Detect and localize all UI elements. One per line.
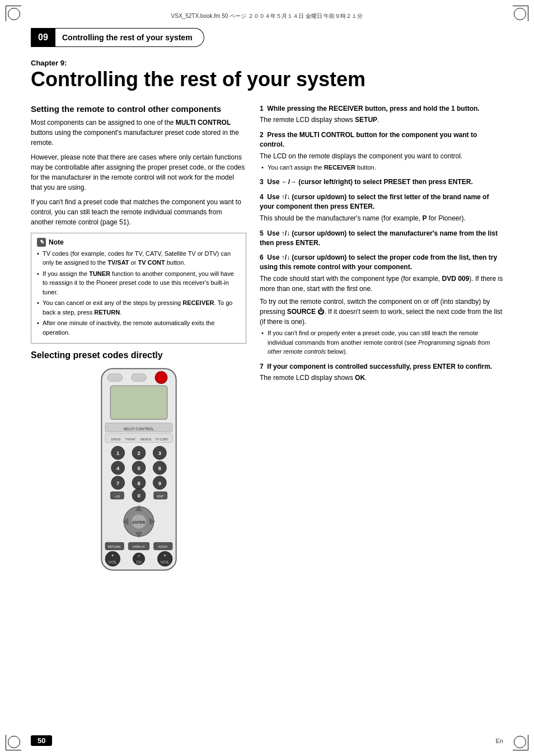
- svg-text:RETURN: RETURN: [107, 545, 120, 548]
- step-1-heading: 1 While pressing the RECEIVER button, pr…: [260, 104, 503, 114]
- svg-text:MULTI CONTROL: MULTI CONTROL: [124, 427, 154, 431]
- svg-text:CH: CH: [136, 560, 142, 564]
- svg-text:AUDIO: AUDIO: [158, 545, 167, 548]
- step-4: 4 Use ↑/↓ (cursor up/down) to select the…: [260, 192, 503, 223]
- step-3: 3 Use ←/→ (cursor left/right) to select …: [260, 177, 503, 187]
- svg-text:VOL: VOL: [108, 560, 118, 565]
- left-column: Setting the remote to control other comp…: [31, 104, 246, 574]
- chapter-header: 09 Controlling the rest of your system: [31, 28, 503, 47]
- svg-rect-1: [107, 374, 123, 381]
- two-column-layout: Setting the remote to control other comp…: [31, 104, 503, 574]
- svg-rect-4: [110, 386, 167, 419]
- corner-circle-br: [514, 736, 526, 748]
- svg-point-3: [155, 372, 167, 383]
- svg-text:ENTER: ENTER: [132, 520, 145, 524]
- chapter-label: Chapter 9:: [31, 59, 503, 67]
- svg-text:DEVICE: DEVICE: [140, 438, 151, 441]
- svg-text:+: +: [137, 553, 140, 558]
- step-6-heading: 6 Use ↑/↓ (cursor up/down) to select the…: [260, 253, 503, 272]
- file-info: VSX_52TX.book.fm 50 ページ ２００４年５月１４日 金曜日 午…: [31, 12, 503, 20]
- svg-text:VOL: VOL: [160, 560, 170, 565]
- step-2-note: You can't assign the RECEIVER button.: [260, 163, 503, 172]
- section1-p1: Most components can be assigned to one o…: [31, 118, 246, 148]
- note-box: ✎ Note TV codes (for example, codes for …: [31, 233, 246, 344]
- svg-text:5: 5: [137, 466, 140, 471]
- svg-text:6: 6: [158, 466, 161, 471]
- section2-heading: Selecting preset codes directly: [31, 350, 246, 360]
- svg-text:DISPLAY: DISPLAY: [132, 545, 145, 548]
- svg-rect-2: [131, 374, 146, 381]
- chapter-main-title: Controlling the rest of your system: [31, 68, 503, 91]
- svg-text:9: 9: [158, 481, 161, 486]
- step-6-note: If you can't find or properly enter a pr…: [260, 328, 503, 356]
- corner-circle-tr: [514, 8, 526, 20]
- section1-p3: If you can't find a preset code that mat…: [31, 197, 246, 227]
- corner-circle-tl: [8, 8, 20, 20]
- step-3-heading: 3 Use ←/→ (cursor left/right) to select …: [260, 177, 503, 187]
- svg-text:TV/SAT: TV/SAT: [125, 438, 136, 441]
- svg-text:0: 0: [137, 493, 140, 499]
- svg-text:1: 1: [116, 450, 119, 456]
- section1-p2: However, please note that there are case…: [31, 152, 246, 192]
- note-title: ✎ Note: [37, 238, 240, 247]
- page-lang: En: [496, 738, 503, 744]
- section1-heading: Setting the remote to control other comp…: [31, 104, 246, 114]
- svg-text:8: 8: [137, 481, 140, 486]
- svg-text:+: +: [163, 553, 166, 558]
- step-5-heading: 5 Use ↑/↓ (cursor up/down) to select the…: [260, 229, 503, 248]
- remote-svg: MULTI CONTROL DVD/D TV/SAT DEVICE TV CON…: [94, 365, 184, 574]
- step-6-body1: The code should start with the component…: [260, 274, 503, 294]
- step-1-body: The remote LCD display shows SETUP.: [260, 115, 503, 125]
- svg-text:+: +: [111, 553, 114, 558]
- remote-illustration: MULTI CONTROL DVD/D TV/SAT DEVICE TV CON…: [31, 365, 246, 574]
- chapter-header-title: Controlling the rest of your system: [55, 28, 204, 47]
- note-item-4: After one minute of inactivity, the remo…: [37, 318, 240, 337]
- svg-text:+10: +10: [114, 495, 120, 498]
- page-number: 50: [31, 735, 52, 746]
- step-2-heading: 2 Press the MULTI CONTROL button for the…: [260, 130, 503, 149]
- step-2-body: The LCD on the remote displays the compo…: [260, 151, 503, 161]
- note-item-3: You can cancel or exit any of the steps …: [37, 298, 240, 317]
- right-column: 1 While pressing the RECEIVER button, pr…: [260, 104, 503, 574]
- main-content: Chapter 9: Controlling the rest of your …: [31, 59, 503, 722]
- step-4-heading: 4 Use ↑/↓ (cursor up/down) to select the…: [260, 192, 503, 212]
- corner-circle-bl: [8, 736, 20, 748]
- svg-text:7: 7: [116, 481, 119, 486]
- svg-text:TV CONT: TV CONT: [155, 438, 168, 441]
- svg-text:2: 2: [137, 450, 140, 456]
- chapter-number: 09: [31, 28, 55, 47]
- step-1: 1 While pressing the RECEIVER button, pr…: [260, 104, 503, 125]
- page-footer: 50 En: [31, 735, 503, 746]
- step-7: 7 If your component is controlled succes…: [260, 362, 503, 383]
- step-7-heading: 7 If your component is controlled succes…: [260, 362, 503, 372]
- note-icon: ✎: [37, 238, 46, 247]
- note-item-2: If you assign the TUNER function to anot…: [37, 269, 240, 297]
- svg-text:DVD/D: DVD/D: [111, 438, 120, 441]
- note-item-1: TV codes (for example, codes for TV, CAT…: [37, 249, 240, 267]
- step-6-body2: To try out the remote control, switch th…: [260, 297, 503, 327]
- step-2: 2 Press the MULTI CONTROL button for the…: [260, 130, 503, 172]
- step-4-body: This should be the manufacturer's name (…: [260, 213, 503, 223]
- svg-text:4: 4: [116, 466, 120, 471]
- step-5: 5 Use ↑/↓ (cursor up/down) to select the…: [260, 229, 503, 248]
- step-6: 6 Use ↑/↓ (cursor up/down) to select the…: [260, 253, 503, 356]
- svg-text:ENT: ENT: [157, 495, 163, 498]
- step-7-body: The remote LCD display shows OK.: [260, 373, 503, 383]
- svg-text:3: 3: [158, 450, 161, 456]
